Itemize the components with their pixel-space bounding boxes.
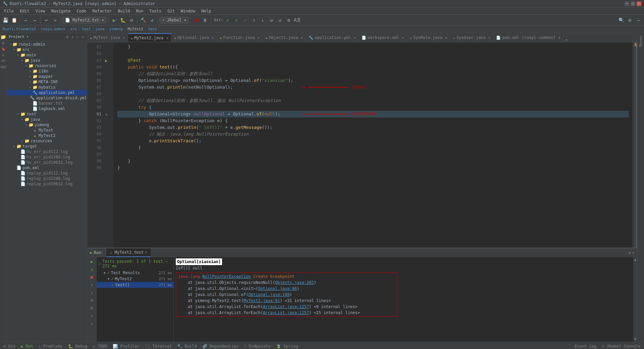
tree-item-hs-err-pid112-log[interactable]: 📄hs_err_pid112.log <box>7 149 87 154</box>
tree-item-yimeng[interactable]: ▾📁yimeng <box>7 122 87 128</box>
close-tab-objects[interactable]: ✕ <box>301 36 303 40</box>
bottom-tab-mytest2[interactable]: ☕ MyTest2.test ✕ <box>106 248 151 257</box>
tab-mytest[interactable]: ☕ MyTest.java ✕ <box>87 33 128 42</box>
tab-objects[interactable]: ☕ Objects.java ✕ <box>263 33 306 42</box>
git-settings[interactable]: ⚙ <box>285 16 293 24</box>
jrebel-selector[interactable]: ⚡ JRebel ▾ <box>160 17 189 23</box>
panel-gear[interactable]: ⋯ <box>75 34 80 40</box>
tree-item-target[interactable]: ▸📁target <box>7 144 87 149</box>
arraylist-link-1[interactable]: ArrayList.java:1257 <box>263 304 309 310</box>
back-button[interactable]: ← <box>22 16 30 24</box>
tree-item-meta-inf[interactable]: ▸📁META-INF <box>7 79 87 85</box>
arraylist-link-2[interactable]: ArrayList.java:1257 <box>263 310 309 316</box>
tree-item-replay-pid10632-log[interactable]: 📄replay_pid10632.log <box>7 181 87 187</box>
close-button[interactable]: ✕ <box>637 1 641 6</box>
optional-init-link[interactable]: Optional.java:96 <box>258 286 297 292</box>
run-button[interactable]: ▶ <box>110 16 118 24</box>
reload-button[interactable]: ↺ <box>148 16 156 24</box>
undo-button[interactable]: ↩ <box>42 16 50 24</box>
settings-button[interactable]: ⚙ <box>626 16 634 24</box>
tree-item-mytest2[interactable]: ☕MyTest2 <box>7 133 87 138</box>
run-collapse-btn[interactable]: ⊟ <box>89 305 95 311</box>
translate-button[interactable]: A文 <box>293 16 302 24</box>
optional-of-link[interactable]: Optional.java:108 <box>249 292 290 298</box>
jrebel-console-btn[interactable]: ⚡ JRebel Console <box>600 343 643 349</box>
tab-sysrole[interactable]: ☕ SysRole.java ✕ <box>407 33 450 42</box>
tree-item-banner-txt[interactable]: 📄banner.txt <box>7 101 87 106</box>
menu-navigate[interactable]: Navigate <box>49 8 73 14</box>
menu-code[interactable]: Code <box>74 8 89 14</box>
tree-item-replay-pid2280-log[interactable]: 📄replay_pid2280.log <box>7 176 87 181</box>
redo-button[interactable]: ↪ <box>51 16 59 24</box>
tree-item-hs-err-pid10632-log[interactable]: 📄hs_err_pid10632.log <box>7 160 87 165</box>
project-selector[interactable]: 📄 MyTest2.txt ▾ <box>63 17 106 23</box>
tr-test-results[interactable]: ▾ ✓ Test Results 271 ms <box>97 270 173 276</box>
run-stop-btn[interactable]: ■ <box>89 274 95 281</box>
stop-button[interactable]: ⏹ <box>192 16 200 24</box>
tab-sysuser[interactable]: ☕ SysUser.java ✕ <box>450 33 493 42</box>
save-all-button[interactable]: 📋 <box>10 16 18 24</box>
menu-git[interactable]: Git <box>165 8 177 14</box>
gutter-icon-83[interactable]: ▶ <box>104 57 109 64</box>
tree-item-java[interactable]: ▾📁java <box>7 58 87 63</box>
tab-optional[interactable]: ☕ Optional.java ✕ <box>171 33 217 42</box>
run-play-btn[interactable]: ▶ <box>89 258 95 265</box>
objects-link[interactable]: Objects.java:203 <box>275 280 314 286</box>
run-expand-btn[interactable]: ≡ <box>89 297 95 304</box>
gutter-icon-91[interactable]: ⚠ <box>104 111 109 117</box>
minimize-button[interactable]: ─ <box>625 1 629 6</box>
run-down-btn[interactable]: ↓ <box>89 320 95 327</box>
tab-mytest2[interactable]: ☕ MyTest2.java ✕ <box>128 33 171 42</box>
git-check2[interactable]: ✓ <box>232 16 240 24</box>
save-button[interactable]: 💾 <box>1 16 9 24</box>
close-tab-optional[interactable]: ✕ <box>212 36 214 40</box>
tab-pom[interactable]: 📄 pom.xml (ruoyi-common) ✕ <box>493 33 564 42</box>
menu-edit[interactable]: Edit <box>17 8 32 14</box>
aws-icon[interactable]: AWS <box>1 64 6 70</box>
menu-file[interactable]: File <box>1 8 16 14</box>
tr-test-method[interactable]: ✓ test() 271 ms <box>97 282 173 288</box>
profiler-toolbar-btn[interactable]: 📊 Profiler <box>111 343 142 349</box>
tree-item-src[interactable]: ▾📁src <box>7 47 87 52</box>
menu-refactor[interactable]: Refactor <box>90 8 114 14</box>
run-sort-btn[interactable]: ↕ <box>89 282 95 288</box>
tree-item-mapper[interactable]: ▸📁mapper <box>7 74 87 79</box>
git-arrow-down[interactable]: ↓ <box>259 16 267 24</box>
tree-item-logback-xml[interactable]: 📄logback.xml <box>7 106 87 111</box>
jrebel-side-icon[interactable]: JR <box>1 58 6 64</box>
close-tab-mytest2[interactable]: ✕ <box>166 36 168 40</box>
close-tab-ws[interactable]: ✕ <box>402 36 404 40</box>
git-check4[interactable]: ↺ <box>276 16 284 24</box>
bookmarks-icon[interactable]: 🔖 <box>1 46 6 52</box>
spring-toolbar-btn[interactable]: 🍃 Spring <box>274 343 300 349</box>
tab-overflow[interactable]: ▸ <box>564 37 570 42</box>
maven-panel-button[interactable]: Maven <box>638 34 644 48</box>
git-check3[interactable]: ✓ <box>241 16 249 24</box>
panel-settings[interactable]: ⚙ <box>65 34 69 40</box>
problems-toolbar-btn[interactable]: ⚠ Problems <box>36 343 64 349</box>
run-config-button[interactable]: ⚙ <box>127 16 136 24</box>
git-refresh[interactable]: ↺ <box>267 16 275 24</box>
run-up-btn[interactable]: ↑ <box>89 312 95 319</box>
run-toolbar-btn[interactable]: ▶ Run <box>19 343 35 349</box>
tree-item-mytest[interactable]: ☕MyTest <box>7 128 87 133</box>
structure-icon[interactable]: ≡ <box>1 40 6 46</box>
code-area[interactable]: } @Test public void test(){ // 创建Optiona… <box>113 42 633 248</box>
close-tab-app[interactable]: ✕ <box>354 36 356 40</box>
close-run-tab[interactable]: ✕ <box>145 250 147 254</box>
nav-java[interactable]: java <box>96 27 105 31</box>
nav-test[interactable]: test <box>82 27 91 31</box>
close-tab-sysuser[interactable]: ✕ <box>488 36 491 40</box>
tree-item-pom-xml[interactable]: 📄pom.xml <box>7 165 87 170</box>
build-toolbar-btn[interactable]: 🔨 Build <box>175 343 199 349</box>
nav-method[interactable]: test <box>148 27 157 31</box>
search-everywhere[interactable]: 🔍 <box>617 16 625 24</box>
nullpointer-link[interactable]: NullPointerException <box>202 273 251 280</box>
scroll-down-btn[interactable]: ▼ <box>634 337 636 341</box>
close-tab-sysrole[interactable]: ✕ <box>445 36 447 40</box>
tree-item-main[interactable]: ▾📁main <box>7 52 87 58</box>
settings-run-icon[interactable]: ⚙ <box>629 250 631 255</box>
build-button[interactable]: 🔨 <box>139 16 147 24</box>
nav-src[interactable]: src <box>70 27 77 31</box>
tab-function[interactable]: ☕ Function.java ✕ <box>217 33 263 42</box>
